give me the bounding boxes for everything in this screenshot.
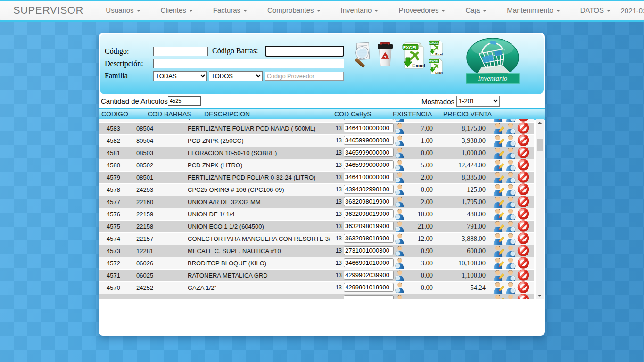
scrollbar-thumb[interactable] [537, 139, 543, 151]
document-search-icon[interactable] [353, 41, 373, 68]
user-edit-icon[interactable] [492, 146, 504, 159]
user-edit-icon[interactable] [492, 269, 504, 281]
mostrados-select[interactable]: 1-201 [456, 96, 500, 107]
nav-menu-item[interactable]: Inventario [330, 1, 388, 20]
nav-menu-item[interactable]: Caja [455, 1, 497, 20]
nav-menu-item[interactable]: Clientes [150, 1, 203, 20]
excel-export-small-icon[interactable]: EXCEL Excel [429, 39, 443, 57]
excel-export-small-icon-2[interactable]: EXCEL Excel [429, 58, 443, 75]
user-edit-icon[interactable] [492, 122, 504, 134]
cabys-input[interactable] [344, 119, 394, 120]
cabys-input[interactable] [344, 136, 394, 145]
cabys-input[interactable] [344, 222, 394, 230]
familia-select[interactable]: TODAS [153, 71, 207, 81]
user-edit-icon[interactable] [492, 293, 504, 299]
descripcion-input[interactable] [153, 59, 344, 68]
user-lookup-icon[interactable] [394, 183, 405, 196]
user-lookup-icon[interactable] [394, 220, 405, 232]
block-icon[interactable] [517, 293, 529, 299]
user-lookup-icon[interactable] [394, 293, 405, 299]
nav-menu-item[interactable]: Usuarios [96, 1, 150, 20]
user-edit-icon[interactable] [492, 195, 504, 208]
block-icon[interactable] [517, 269, 529, 281]
cabys-input[interactable] [344, 234, 394, 243]
user-lookup-icon[interactable] [394, 134, 405, 147]
block-icon[interactable] [517, 171, 529, 183]
block-icon[interactable] [517, 207, 529, 220]
user-lookup-icon[interactable] [394, 171, 405, 183]
user-edit-icon[interactable] [492, 232, 504, 245]
user-edit-icon[interactable] [492, 244, 504, 257]
table-scrollbar[interactable] [536, 119, 544, 299]
cabys-input[interactable] [344, 160, 394, 169]
user-view-icon[interactable] [504, 158, 517, 171]
block-icon[interactable] [517, 256, 529, 269]
user-lookup-icon[interactable] [394, 256, 405, 269]
user-lookup-icon[interactable] [394, 158, 405, 171]
user-view-icon[interactable] [504, 207, 517, 220]
app-brand[interactable]: SUPERVISOR [13, 4, 83, 16]
block-icon[interactable] [517, 158, 529, 171]
user-lookup-icon[interactable] [394, 281, 405, 294]
user-view-icon[interactable] [504, 281, 517, 294]
user-edit-icon[interactable] [492, 134, 504, 147]
user-view-icon[interactable] [504, 134, 517, 147]
nav-menu-item[interactable]: Proveedores [388, 1, 455, 20]
cabys-input[interactable] [344, 123, 394, 132]
tipo-select[interactable]: TODOS [209, 71, 263, 81]
cabys-input[interactable] [344, 173, 394, 181]
block-icon[interactable] [517, 220, 529, 232]
cabys-input[interactable] [344, 283, 394, 292]
block-icon[interactable] [517, 244, 529, 257]
user-lookup-icon[interactable] [394, 244, 405, 257]
user-view-icon[interactable] [504, 220, 517, 232]
user-view-icon[interactable] [504, 183, 517, 196]
user-edit-icon[interactable] [492, 207, 504, 220]
inventario-logo[interactable]: Inventario [466, 38, 520, 84]
block-icon[interactable] [517, 195, 529, 208]
user-date-menu[interactable]: 2021-02-16 RUDDY [620, 7, 644, 15]
block-icon[interactable] [517, 183, 529, 196]
user-edit-icon[interactable] [492, 158, 504, 171]
user-lookup-icon[interactable] [394, 195, 405, 208]
nav-menu-item[interactable]: Facturas [203, 1, 257, 20]
user-edit-icon[interactable] [492, 171, 504, 183]
block-icon[interactable] [517, 232, 529, 245]
codigo-proveedor-input[interactable] [265, 72, 344, 81]
cabys-input[interactable] [344, 148, 394, 157]
scroll-down-icon[interactable] [536, 292, 544, 299]
excel-export-icon[interactable]: EXCEL Excel [402, 42, 425, 69]
user-lookup-icon[interactable] [394, 269, 405, 281]
user-view-icon[interactable] [504, 146, 517, 159]
user-lookup-icon[interactable] [394, 122, 405, 134]
block-icon[interactable] [517, 146, 529, 159]
codigo-barras-input[interactable] [265, 46, 344, 57]
recycle-bin-icon[interactable] [374, 41, 396, 67]
block-icon[interactable] [517, 134, 529, 147]
user-lookup-icon[interactable] [394, 146, 405, 159]
cabys-input[interactable] [344, 258, 394, 267]
user-view-icon[interactable] [504, 232, 517, 245]
user-lookup-icon[interactable] [394, 207, 405, 220]
user-lookup-icon[interactable] [394, 232, 405, 245]
cabys-input[interactable] [344, 185, 394, 194]
user-view-icon[interactable] [504, 293, 517, 299]
user-edit-icon[interactable] [492, 281, 504, 294]
user-view-icon[interactable] [504, 256, 517, 269]
nav-menu-item[interactable]: Mantenimiento [497, 1, 570, 20]
cantidad-input[interactable] [168, 96, 201, 106]
codigo-input[interactable] [153, 47, 208, 56]
block-icon[interactable] [517, 281, 529, 294]
user-view-icon[interactable] [504, 171, 517, 183]
cabys-input[interactable] [344, 271, 394, 280]
block-icon[interactable] [517, 122, 529, 134]
user-view-icon[interactable] [504, 244, 517, 257]
user-view-icon[interactable] [504, 195, 517, 208]
user-edit-icon[interactable] [492, 220, 504, 232]
cabys-input[interactable] [344, 295, 394, 299]
cabys-input[interactable] [344, 209, 394, 218]
cabys-input[interactable] [344, 246, 394, 255]
nav-menu-item[interactable]: Comprobantes [257, 1, 330, 20]
scroll-up-icon[interactable] [536, 119, 544, 126]
user-edit-icon[interactable] [492, 256, 504, 269]
